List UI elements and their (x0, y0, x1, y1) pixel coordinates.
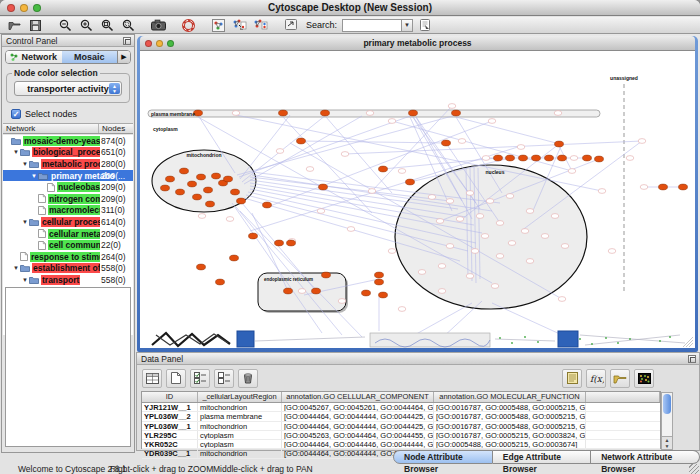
table-cell[interactable]: [GO:0045263, GO:0044464, GO:0044455, G..… (282, 431, 434, 439)
close-network-window-button[interactable] (145, 40, 152, 47)
network-node[interactable] (598, 189, 606, 194)
network-node[interactable] (458, 139, 466, 144)
search-options-icon[interactable] (281, 18, 300, 33)
window-resize-grip[interactable] (689, 464, 699, 474)
network-window-titlebar[interactable]: primary metabolic process (140, 36, 695, 51)
network-node-selected-color[interactable] (319, 184, 328, 190)
expand-arrow-icon[interactable]: ▼ (21, 277, 29, 283)
table-cell[interactable]: YJR121W__1 (142, 403, 198, 411)
network-node[interactable] (317, 209, 325, 214)
save-icon[interactable] (26, 18, 45, 33)
network-node[interactable] (482, 156, 490, 161)
network-node-selected-color[interactable] (312, 288, 321, 294)
scrollbar-arrows[interactable]: ▲▼ (662, 436, 672, 449)
network-canvas[interactable]: plasma membrane cytoplasm mitochondrion … (140, 51, 695, 348)
zoom-out-icon[interactable] (56, 18, 75, 33)
tab-network[interactable]: Network (6, 51, 62, 63)
network-node-selected-color[interactable] (379, 292, 388, 298)
network-node-selected-color[interactable] (442, 140, 451, 146)
network-node[interactable] (526, 209, 534, 214)
network-node-selected-color[interactable] (583, 155, 592, 161)
network-node-selected-color[interactable] (452, 110, 461, 116)
network-node[interactable] (438, 289, 446, 294)
float-panel-icon[interactable] (123, 37, 131, 45)
network-node[interactable] (554, 111, 562, 116)
network-node-selected-color[interactable] (224, 176, 233, 182)
network-node[interactable] (568, 169, 576, 174)
network-node[interactable] (558, 297, 566, 302)
network-node-selected-color[interactable] (375, 279, 384, 285)
network-node[interactable] (517, 145, 525, 150)
network-node-selected-color[interactable] (180, 168, 189, 174)
tab-edge-attribute-browser[interactable]: Edge Attribute Browser (493, 450, 591, 464)
table-cell[interactable]: mitochondrion (198, 449, 282, 457)
table-cell[interactable]: [GO:0045267, GO:0045261, GO:0044464, G..… (282, 403, 434, 411)
network-node[interactable] (496, 254, 504, 259)
network-node[interactable] (276, 149, 284, 154)
network-node-selected-color[interactable] (237, 198, 246, 204)
network-node[interactable] (551, 214, 559, 219)
zoom-fit-icon[interactable] (98, 18, 117, 33)
network-node-selected-color[interactable] (406, 179, 415, 185)
table-column-header[interactable]: _cellularLayoutRegion (198, 392, 282, 402)
zoom-window-button[interactable] (33, 4, 41, 12)
table-cell[interactable]: cytoplasm (198, 440, 282, 448)
table-row[interactable]: YPL036W__2plasma membrane[GO:0044464, GO… (142, 412, 660, 421)
attribute-notes-icon[interactable] (562, 369, 582, 388)
float-data-panel-icon[interactable] (688, 355, 696, 363)
network-node[interactable] (640, 185, 648, 190)
table-cell[interactable]: YPL036W__2 (142, 412, 198, 420)
network-node[interactable] (570, 156, 578, 161)
network-node[interactable] (446, 199, 454, 204)
network-node-selected-color[interactable] (212, 173, 221, 179)
network-node[interactable] (508, 241, 516, 246)
table-column-header[interactable]: annotation.GO MOLECULAR_FUNCTION (434, 392, 586, 402)
network-node[interactable] (471, 249, 479, 254)
network-node-selected-color[interactable] (545, 155, 554, 161)
table-row[interactable]: YLR295Ccytoplasm[GO:0045263, GO:0044464,… (142, 431, 660, 440)
search-input[interactable] (343, 20, 401, 31)
expand-arrow-icon[interactable]: ▼ (21, 219, 29, 225)
network-node-selected-color[interactable] (284, 288, 293, 294)
import-attributes-icon[interactable] (610, 369, 630, 388)
network-node-selected-color[interactable] (263, 202, 272, 208)
network-node-selected-color[interactable] (555, 141, 564, 147)
network-node-selected-color[interactable] (206, 201, 215, 207)
table-cell[interactable]: [GO:0016787, GO:0005488, GO:0005215, G..… (434, 412, 586, 420)
network-node[interactable] (198, 214, 206, 219)
help-icon[interactable] (179, 18, 198, 33)
canvas-resize-grip[interactable] (683, 337, 693, 347)
network-node-selected-color[interactable] (679, 184, 688, 190)
expand-arrow-icon[interactable]: ▼ (12, 149, 20, 155)
table-column-header[interactable]: annotation.GO CELLULAR_COMPONENT (282, 392, 434, 402)
function-builder-icon[interactable]: f(x) (586, 369, 606, 388)
network-node[interactable] (388, 249, 396, 254)
network-node[interactable] (347, 227, 355, 232)
network-node[interactable] (608, 249, 616, 254)
network-node-selected-color[interactable] (532, 155, 541, 161)
network-node[interactable] (436, 219, 444, 224)
table-column-header[interactable]: ID (142, 392, 198, 402)
network-node[interactable] (398, 307, 406, 312)
table-row[interactable]: YPL036W__1mitochondrion[GO:0044464, GO:0… (142, 422, 660, 431)
unselect-attributes-icon[interactable] (214, 369, 234, 388)
network-node[interactable] (226, 217, 234, 222)
network-node-selected-color[interactable] (188, 181, 197, 187)
network-node[interactable] (428, 195, 436, 200)
open-file-icon[interactable] (5, 18, 24, 33)
table-cell[interactable]: [GO:0016787, GO:0005488, GO:0005215, G..… (434, 422, 586, 430)
network-node-selected-color[interactable] (197, 174, 206, 180)
network-node[interactable] (626, 156, 634, 161)
tree-row[interactable]: nucleobase-209(0) (3, 181, 133, 193)
network-node-selected-color[interactable] (197, 264, 206, 270)
network-node[interactable] (341, 152, 349, 157)
snapshot-icon[interactable] (149, 18, 168, 33)
table-cell[interactable]: [GO:0044464, GO:0044444, GO:0044425, G..… (282, 412, 434, 420)
network-node-selected-color[interactable] (166, 176, 175, 182)
network-node[interactable] (418, 270, 426, 275)
tree-row[interactable]: ▼biological_process651(0) (3, 147, 133, 159)
search-dropdown-arrow-icon[interactable]: ▼ (401, 20, 412, 31)
birdseye-view[interactable] (5, 287, 131, 447)
expand-arrow-icon[interactable]: ▼ (30, 173, 38, 179)
network-node[interactable] (521, 229, 529, 234)
